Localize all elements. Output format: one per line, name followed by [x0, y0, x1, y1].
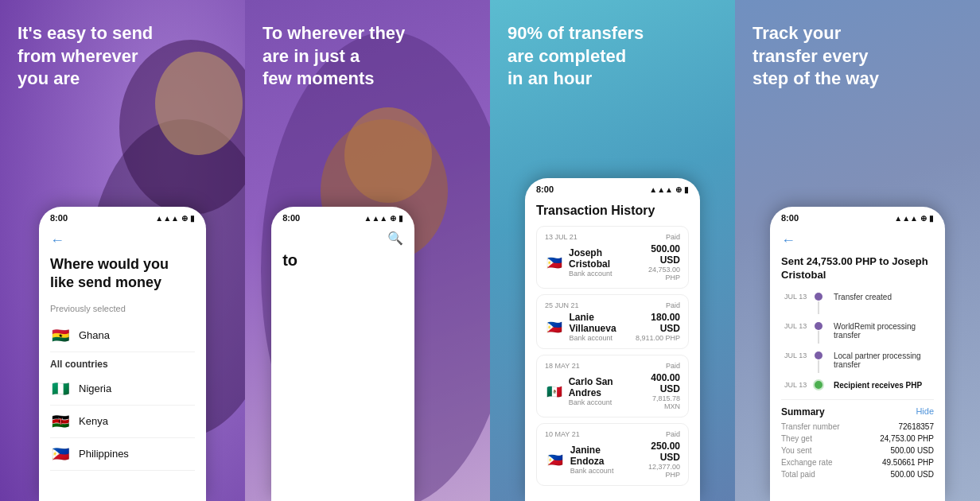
tx-sub: Bank account [570, 467, 632, 475]
country-name-kenya: Kenya [79, 415, 108, 427]
signal-icon: ▲▲▲ [155, 214, 179, 223]
country-name-philippines: Philippines [79, 448, 129, 460]
summary-row-label: Exchange rate [781, 458, 833, 467]
panel-2-title-line1: To wherever they [262, 23, 405, 43]
flag-ghana: 🇬🇭 [50, 325, 71, 346]
transaction-item[interactable]: 25 JUN 21 Paid 🇵🇭 Lanie Villanueva Bank … [536, 294, 689, 349]
tx-name: Carlo San Andres [569, 376, 636, 398]
summary-rows: Transfer number 72618357 They get 24,753… [781, 422, 934, 479]
panel-1-phone: 8:00 ▲▲▲ ⊕ ▮ ← Where would you like send… [39, 207, 206, 501]
transaction-item[interactable]: 18 MAY 21 Paid 🇲🇽 Carlo San Andres Bank … [536, 355, 689, 418]
back-arrow-icon-4[interactable]: ← [781, 232, 934, 249]
panel-4-heading: Track your transfer every step of the wa… [735, 0, 980, 103]
panel-3-title-line2: are completed [508, 46, 626, 66]
panel-3-status-bar: 8:00 ▲▲▲ ⊕ ▮ [525, 178, 700, 197]
transaction-item[interactable]: 13 JUL 21 Paid 🇵🇭 Joseph Cristobal Bank … [536, 226, 689, 289]
country-item-nigeria[interactable]: 🇳🇬 Nigeria [50, 373, 195, 406]
panel-1-title-line3: you are [18, 68, 80, 88]
summary-row-value: 24,753.00 PHP [880, 434, 934, 443]
timeline-text: WorldRemit processing transfer [834, 321, 934, 340]
tx-status: Paid [666, 301, 680, 309]
back-arrow-icon[interactable]: ← [50, 232, 195, 249]
tx-date: 25 JUN 21 [545, 301, 579, 309]
country-item-philippines[interactable]: 🇵🇭 Philippines [50, 438, 195, 471]
wifi-icon: ⊕ [181, 214, 188, 223]
summary-row-value: 72618357 [899, 422, 935, 431]
summary-hide-button[interactable]: Hide [916, 406, 934, 418]
transaction-item[interactable]: 10 MAY 21 Paid 🇵🇭 Janine Endoza Bank acc… [536, 423, 689, 486]
transaction-list: 13 JUL 21 Paid 🇵🇭 Joseph Cristobal Bank … [536, 226, 689, 486]
timeline-dot [815, 322, 822, 330]
search-icon[interactable]: 🔍 [387, 231, 403, 246]
battery-icon-4: ▮ [929, 214, 934, 223]
tx-usd: 500.00 USD [636, 243, 680, 266]
tx-name: Lanie Villanueva [569, 312, 634, 334]
wifi-icon-2: ⊕ [390, 214, 396, 223]
panel-4-phone-container: 8:00 ▲▲▲ ⊕ ▮ ← Sent 24,753.00 PHP to Jos… [770, 207, 945, 501]
timeline-item: JUL 13 WorldRemit processing transfer [784, 321, 934, 344]
tx-date: 10 MAY 21 [545, 430, 580, 438]
battery-icon-2: ▮ [399, 214, 403, 223]
panel-3-title-line3: in an hour [508, 68, 592, 88]
panel-4-phone-content: ← Sent 24,753.00 PHP to Joseph Cristobal… [770, 226, 945, 491]
panel-4-title-bold: transfer [752, 46, 818, 66]
tx-flag: 🇵🇭 [545, 316, 564, 338]
summary-header: Summary Hide [781, 406, 934, 418]
panel-4: Track your transfer every step of the wa… [735, 0, 980, 501]
tx-status: Paid [666, 362, 680, 370]
tx-local: 7,815.78 MXN [636, 394, 680, 410]
panel-1-time: 8:00 [50, 213, 68, 223]
country-name-nigeria: Nigeria [79, 383, 111, 394]
panel-2-search-header: 🔍 [271, 226, 414, 250]
timeline-text: Local partner processing transfer [834, 351, 934, 369]
panel-4-status-bar: 8:00 ▲▲▲ ⊕ ▮ [770, 207, 945, 226]
summary-row-value: 49.50661 PHP [882, 458, 934, 467]
flag-philippines: 🇵🇭 [50, 444, 71, 464]
panel-2: To wherever they are in just a few momen… [245, 0, 490, 501]
signal-icon-2: ▲▲▲ [364, 214, 387, 223]
summary-row-value: 500.00 USD [891, 446, 934, 455]
timeline: JUL 13 Transfer created JUL 13 WorldRemi… [781, 292, 934, 390]
panel-1-title-bold: It's easy to send [18, 23, 153, 43]
summary-row-label: You sent [781, 446, 812, 455]
tx-usd: 400.00 USD [636, 372, 680, 394]
country-item-kenya[interactable]: 🇰🇪 Kenya [50, 406, 195, 438]
timeline-text: Recipient receives PHP [834, 380, 922, 390]
summary-section: Summary Hide Transfer number 72618357 Th… [781, 399, 934, 479]
timeline-line [818, 331, 819, 344]
transaction-history-title: Transaction History [536, 204, 689, 218]
panel-2-heading: To wherever they are in just a few momen… [245, 0, 490, 103]
flag-kenya: 🇰🇪 [50, 411, 71, 432]
timeline-date: JUL 13 [784, 292, 808, 301]
panel-2-title-line2-rest: in just a [289, 46, 360, 66]
timeline-item: JUL 13 Recipient receives PHP [784, 380, 934, 390]
panel-1: It's easy to send from wherever you are … [0, 0, 245, 501]
timeline-item: JUL 13 Transfer created [784, 292, 934, 315]
tx-date: 18 MAY 21 [545, 362, 580, 370]
tx-name: Janine Endoza [570, 445, 632, 467]
panel-2-title-line3: few moments [262, 68, 375, 88]
svg-point-5 [344, 107, 432, 203]
all-countries-label: All countries [50, 352, 195, 373]
flag-nigeria: 🇳🇬 [50, 379, 71, 399]
panel-2-status-icons: ▲▲▲ ⊕ ▮ [364, 214, 403, 223]
panel-4-title-line3: step of the way [752, 68, 879, 88]
timeline-dot [815, 381, 822, 389]
battery-icon-3: ▮ [684, 185, 689, 194]
timeline-line [818, 360, 819, 373]
timeline-date: JUL 13 [784, 351, 808, 359]
previously-selected-label: Previously selected [50, 304, 195, 313]
battery-icon: ▮ [190, 214, 195, 223]
panel-2-status-bar: 8:00 ▲▲▲ ⊕ ▮ [271, 207, 414, 226]
tx-sub: Bank account [569, 270, 636, 278]
panel-3-title-line1: 90% of transfers [508, 23, 644, 43]
country-item-ghana[interactable]: 🇬🇭 Ghana [50, 320, 195, 352]
panel-1-title-line2: from wherever [18, 46, 138, 66]
tx-status: Paid [666, 430, 680, 438]
tx-flag: 🇵🇭 [545, 251, 564, 274]
panel-1-heading: It's easy to send from wherever you are [0, 0, 245, 103]
tx-sub: Bank account [569, 334, 634, 342]
timeline-dot [815, 351, 822, 359]
signal-icon-4: ▲▲▲ [894, 214, 918, 223]
timeline-date: JUL 13 [784, 380, 808, 389]
